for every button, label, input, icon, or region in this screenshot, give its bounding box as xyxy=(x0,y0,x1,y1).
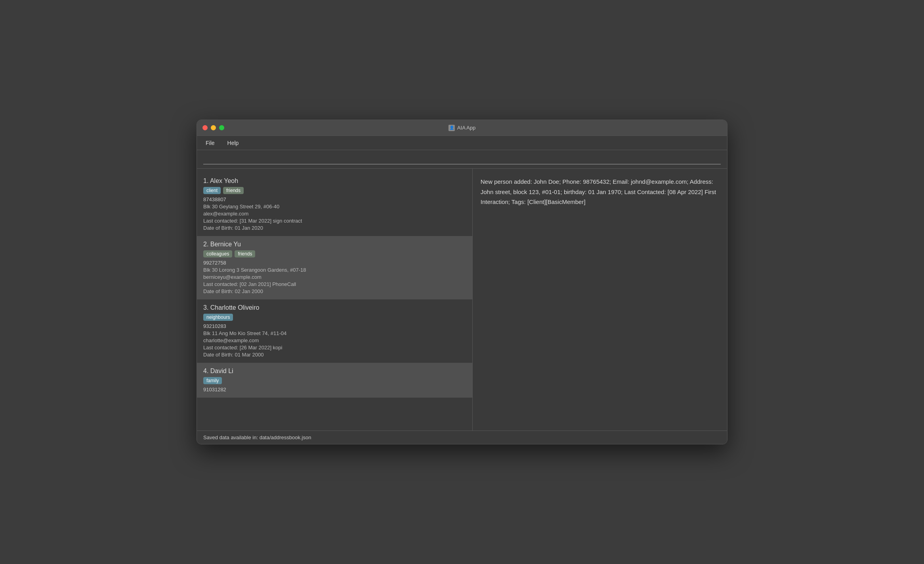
title-bar: 👤 AIA App xyxy=(197,120,727,136)
menu-bar: File Help xyxy=(197,136,727,150)
contact-email: charlotte@example.com xyxy=(203,337,466,343)
tag-badge: client xyxy=(203,187,221,194)
contact-last-contacted: Last contacted: [02 Jan 2021] PhoneCall xyxy=(203,281,466,287)
contact-last-contacted: Last contacted: [31 Mar 2022] sign contr… xyxy=(203,218,466,224)
contact-name: 2. Bernice Yu xyxy=(203,241,466,248)
contact-address: Blk 30 Geylang Street 29, #06-40 xyxy=(203,204,466,210)
contact-phone: 93210283 xyxy=(203,323,466,329)
app-window: 👤 AIA App File Help 1. Alex Yeohclientfr… xyxy=(197,120,727,444)
status-bar: Saved data available in: data/addressboo… xyxy=(197,431,727,444)
maximize-button[interactable] xyxy=(219,125,224,130)
contact-item[interactable]: 4. David Lifamily91031282 xyxy=(197,363,472,398)
window-title: 👤 AIA App xyxy=(449,125,475,131)
contact-phone: 99272758 xyxy=(203,260,466,266)
tags-row: family xyxy=(203,377,466,384)
tag-badge: neighbours xyxy=(203,314,233,321)
contact-phone: 91031282 xyxy=(203,387,466,393)
contact-dob: Date of Birth: 01 Mar 2000 xyxy=(203,352,466,358)
contact-name: 1. Alex Yeoh xyxy=(203,177,466,185)
contact-dob: Date of Birth: 01 Jan 2020 xyxy=(203,225,466,231)
contact-name: 3. Charlotte Oliveiro xyxy=(203,304,466,311)
contact-dob: Date of Birth: 02 Jan 2000 xyxy=(203,288,466,294)
contact-address: Blk 30 Lorong 3 Serangoon Gardens, #07-1… xyxy=(203,267,466,273)
command-input[interactable] xyxy=(203,154,721,164)
tags-row: neighbours xyxy=(203,314,466,321)
contact-last-contacted: Last contacted: [26 Mar 2022] kopi xyxy=(203,345,466,351)
contact-list: 1. Alex Yeohclientfriends87438807Blk 30 … xyxy=(197,169,473,431)
contact-phone: 87438807 xyxy=(203,196,466,202)
contact-email: alex@example.com xyxy=(203,211,466,217)
tags-row: colleaguesfriends xyxy=(203,250,466,257)
command-bar xyxy=(197,150,727,169)
app-icon: 👤 xyxy=(449,125,455,131)
close-button[interactable] xyxy=(202,125,208,130)
traffic-lights xyxy=(202,125,224,130)
contact-email: berniceyu@example.com xyxy=(203,274,466,280)
contact-name: 4. David Li xyxy=(203,368,466,375)
tags-row: clientfriends xyxy=(203,187,466,194)
menu-file[interactable]: File xyxy=(203,138,217,148)
tag-badge: friends xyxy=(235,250,255,257)
detail-panel: New person added: John Doe; Phone: 98765… xyxy=(473,169,727,431)
tag-badge: family xyxy=(203,377,222,384)
status-text: Saved data available in: data/addressboo… xyxy=(203,434,311,440)
contact-item[interactable]: 1. Alex Yeohclientfriends87438807Blk 30 … xyxy=(197,173,472,236)
contact-address: Blk 11 Ang Mo Kio Street 74, #11-04 xyxy=(203,330,466,336)
tag-badge: colleagues xyxy=(203,250,232,257)
contact-item[interactable]: 2. Bernice Yucolleaguesfriends99272758Bl… xyxy=(197,236,472,299)
tag-badge: friends xyxy=(223,187,244,194)
contact-item[interactable]: 3. Charlotte Oliveironeighbours93210283B… xyxy=(197,299,472,363)
minimize-button[interactable] xyxy=(211,125,216,130)
detail-text: New person added: John Doe; Phone: 98765… xyxy=(481,177,719,207)
menu-help[interactable]: Help xyxy=(225,138,241,148)
main-content: 1. Alex Yeohclientfriends87438807Blk 30 … xyxy=(197,169,727,431)
